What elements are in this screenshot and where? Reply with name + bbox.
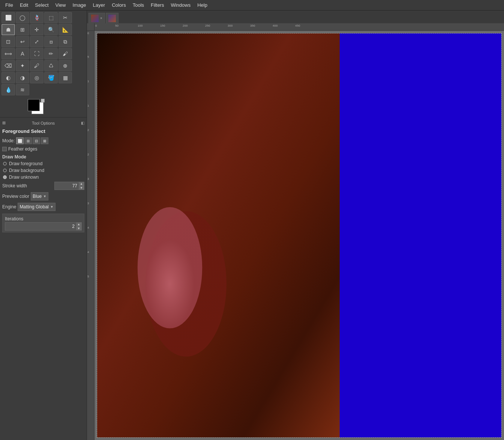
mode-buttons: ⬜ ⊞ ⊟ ⊠ [16, 137, 48, 144]
gradient-tool[interactable]: ▦ [58, 72, 72, 83]
feather-edges-checkbox[interactable] [2, 147, 7, 151]
paintbrush-tool[interactable]: 🖌 [58, 48, 72, 59]
menu-item-layer[interactable]: Layer [90, 1, 108, 9]
preview-color-dropdown-arrow: ▼ [43, 194, 46, 198]
iterations-increment-btn[interactable]: ▲ [76, 222, 81, 226]
iterations-value: 2 [5, 224, 76, 229]
bucket-fill-tool[interactable]: 🪣 [44, 72, 58, 83]
ink-tool[interactable]: 🖋 [30, 60, 44, 71]
stroke-width-increment-btn[interactable]: ▲ [79, 182, 84, 186]
tick-400: 400 [273, 24, 278, 27]
stroke-width-decrement-btn[interactable]: ▼ [79, 186, 84, 190]
ellipse-select-tool[interactable]: ◯ [16, 12, 29, 23]
airbrush-tool[interactable]: ✦ [16, 60, 29, 71]
image-tab-1-close[interactable]: × [100, 16, 102, 20]
draw-unknown-label: Draw unknown [9, 175, 39, 180]
image-tab-2[interactable] [106, 13, 118, 23]
stroke-width-label: Stroke width [2, 183, 27, 188]
draw-unknown-row[interactable]: Draw unknown [2, 174, 85, 181]
perspective-tool[interactable]: ⧉ [58, 36, 72, 47]
draw-unknown-radio[interactable] [3, 175, 7, 179]
mode-replace-btn[interactable]: ⬜ [16, 137, 24, 144]
menu-item-image[interactable]: Image [69, 1, 89, 9]
eraser-tool[interactable]: ⌫ [2, 60, 15, 71]
crop-tool[interactable]: ⊡ [2, 36, 15, 47]
tool-options-panel: ⊞ Tool Options ◧ Foreground Select Mode:… [0, 117, 87, 440]
move-tool[interactable]: ✛ [30, 24, 44, 35]
tool-options-icon: ⊞ [2, 121, 6, 125]
stroke-width-value: 77 [55, 183, 79, 188]
image-tab-2-thumb [108, 15, 116, 22]
stroke-width-spinbox[interactable]: 77 ▲ ▼ [54, 182, 84, 190]
smudge-tool[interactable]: ◐ [2, 72, 15, 83]
mode-intersect-btn[interactable]: ⊠ [41, 137, 48, 144]
color-picker-tool[interactable]: 💧 [2, 84, 15, 95]
draw-foreground-row[interactable]: Draw foreground [2, 160, 85, 167]
align-tool[interactable]: ⊞ [16, 24, 29, 35]
menu-item-tools[interactable]: Tools [130, 1, 147, 9]
toolbox: ⬜ ◯ 🪢 ⬚ ✂ ☗ ⊞ ✛ 🔍 📐 ⊡ ↩ ⤢ ⧈ ⧉ ⟺ A [0, 11, 87, 117]
flip-tool[interactable]: ⟺ [2, 48, 15, 59]
tick-450: 450 [295, 24, 300, 27]
menu-item-edit[interactable]: Edit [17, 1, 31, 9]
fuzzy-select-tool[interactable]: ⬚ [44, 12, 58, 23]
image-tabs: × [87, 11, 504, 23]
vtick-250: 2 [87, 153, 89, 156]
reset-colors-icon[interactable] [41, 99, 45, 102]
measure-tool[interactable]: 📐 [58, 24, 72, 35]
scale-tool[interactable]: ⤢ [30, 36, 44, 47]
menu-item-select[interactable]: Select [32, 1, 51, 9]
svg-rect-1 [97, 33, 340, 437]
free-select-tool[interactable]: 🪢 [30, 12, 44, 23]
menu-item-windows[interactable]: Windows [168, 1, 194, 9]
vtick-350: 3 [87, 202, 89, 205]
canvas-viewport[interactable] [94, 31, 504, 440]
engine-dropdown-arrow: ▼ [50, 205, 54, 209]
path-tool[interactable]: ⛶ [30, 48, 44, 59]
vtick-150: 1 [87, 104, 89, 107]
vtick-500: 5 [87, 275, 89, 278]
menu-item-file[interactable]: File [2, 1, 16, 9]
image-tab-1[interactable]: × [88, 13, 105, 23]
panel-collapse-icon[interactable]: ◧ [81, 121, 84, 125]
iterations-spinbox-buttons: ▲ ▼ [76, 222, 81, 231]
engine-dropdown[interactable]: Matting Global ▼ [18, 203, 55, 211]
draw-background-row[interactable]: Draw background [2, 167, 85, 174]
canvas-area: × 0 50 100 150 200 250 300 [87, 11, 504, 440]
warp-tool[interactable]: ≋ [16, 84, 29, 95]
foreground-color-swatch[interactable] [28, 99, 40, 111]
pencil-tool[interactable]: ✏ [44, 48, 58, 59]
draw-foreground-radio[interactable] [3, 162, 7, 166]
menu-item-colors[interactable]: Colors [109, 1, 129, 9]
vtick-50: 5 [87, 55, 89, 59]
iterations-box: Iterations 2 ▲ ▼ [2, 214, 84, 232]
heal-tool[interactable]: ♺ [44, 60, 58, 71]
engine-label: Engine [2, 204, 16, 209]
iterations-decrement-btn[interactable]: ▼ [76, 226, 81, 231]
draw-background-label: Draw background [9, 168, 44, 173]
tool-options-header[interactable]: ⊞ Tool Options ◧ [2, 119, 85, 127]
rectangle-select-tool[interactable]: ⬜ [2, 12, 15, 23]
mode-subtract-btn[interactable]: ⊟ [33, 137, 40, 144]
preview-color-dropdown[interactable]: Blue ▼ [31, 192, 48, 200]
dodge-burn-tool[interactable]: ◑ [16, 72, 29, 83]
vtick-400: 4 [87, 226, 89, 229]
text-tool[interactable]: A [16, 48, 29, 59]
shear-tool[interactable]: ⧈ [44, 36, 58, 47]
desaturate-tool[interactable]: ◎ [30, 72, 44, 83]
iterations-spinbox[interactable]: 2 ▲ ▼ [5, 222, 82, 231]
mode-add-btn[interactable]: ⊞ [24, 137, 32, 144]
menu-item-filters[interactable]: Filters [148, 1, 167, 9]
clone-tool[interactable]: ⊕ [58, 60, 72, 71]
foreground-select-tool[interactable]: ☗ [2, 24, 15, 35]
menu-item-help[interactable]: Help [194, 1, 210, 9]
draw-background-radio[interactable] [3, 169, 7, 172]
rotate-tool[interactable]: ↩ [16, 36, 29, 47]
scissors-select-tool[interactable]: ✂ [58, 12, 72, 23]
top-ruler: 0 50 100 150 200 250 300 350 400 450 [94, 23, 504, 31]
menu-item-view[interactable]: View [52, 1, 69, 9]
ruler-canvas: 0 50 100 150 200 250 300 350 400 450 [87, 23, 504, 440]
zoom-tool[interactable]: 🔍 [44, 24, 58, 35]
preview-color-row: Preview color Blue ▼ [2, 191, 85, 202]
mode-label: Mode: [2, 138, 15, 143]
